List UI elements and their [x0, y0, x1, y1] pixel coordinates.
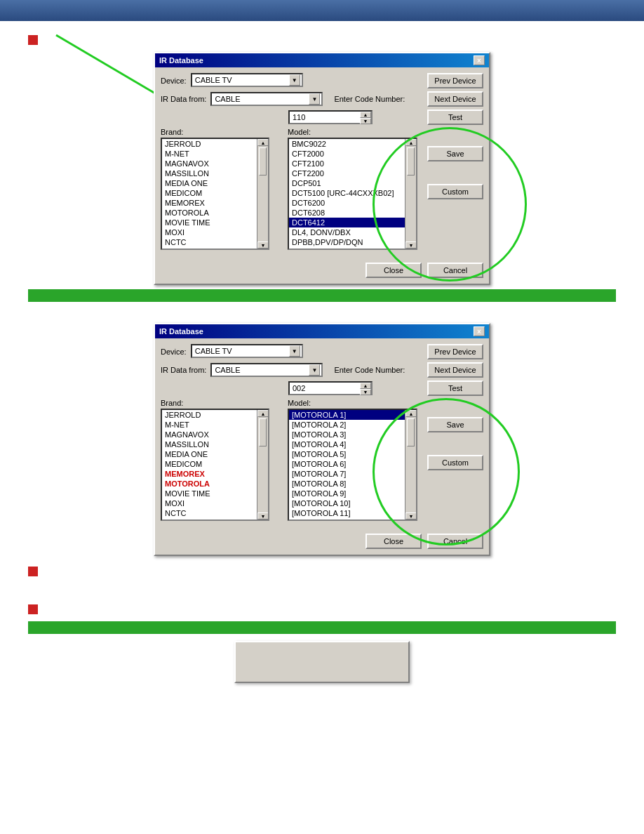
model2-item-motorola6[interactable]: [MOTOROLA 6]	[289, 459, 405, 469]
brand2-scrollbar-thumb[interactable]	[259, 418, 267, 446]
brand-item-motorola[interactable]: MOTOROLA	[162, 208, 257, 218]
dialog1-body: Device: CABLE TV ▼ Prev Device IR Dat	[155, 67, 489, 260]
brand2-item-motorola[interactable]: MOTOROLA	[162, 479, 257, 489]
brand2-scrollbar[interactable]: ▲ ▼	[257, 410, 268, 519]
model-item-cft2200[interactable]: CFT2200	[289, 168, 405, 178]
dialog2-close-btn[interactable]: ×	[474, 326, 485, 336]
model2-item-motorola2[interactable]: [MOTOROLA 2]	[289, 420, 405, 430]
dialog1-code-textbox[interactable]: 110 ▲ ▼	[288, 110, 373, 124]
dialog1-irdata-dropdown[interactable]: CABLE ▼	[210, 92, 323, 106]
model-item-dct6200[interactable]: DCT6200	[289, 198, 405, 208]
brand-item-mnet[interactable]: M-NET	[162, 149, 257, 159]
model2-item-motorola9[interactable]: [MOTOROLA 9]	[289, 489, 405, 498]
model2-item-motorola8[interactable]: [MOTOROLA 8]	[289, 479, 405, 489]
model-scroll-down[interactable]: ▼	[405, 241, 417, 249]
dialog1-next-device-btn[interactable]: Next Device	[427, 91, 483, 107]
dialog1-prev-device-btn[interactable]: Prev Device	[427, 73, 483, 88]
brand-item-jerrold[interactable]: JERROLD	[162, 139, 257, 149]
model-scrollbar-thumb[interactable]	[407, 147, 415, 176]
brand-item-medicom[interactable]: MEDICOM	[162, 188, 257, 198]
dialog2-cancel-btn[interactable]: Cancel	[427, 534, 483, 549]
brand-item-memorex[interactable]: MEMOREX	[162, 198, 257, 208]
ir-database-dialog-1: IR Database × Device: CABLE TV ▼	[154, 52, 490, 285]
brand2-item-magnavox[interactable]: MAGNAVOX	[162, 430, 257, 439]
model2-scroll-up[interactable]: ▲	[405, 410, 417, 417]
dialog2-save-btn[interactable]: Save	[427, 417, 483, 432]
dialog1-brand-listbox[interactable]: JERROLD M-NET MAGNAVOX MASSILLON MEDIA O…	[161, 138, 269, 250]
model2-scrollbar-thumb[interactable]	[407, 418, 415, 446]
model-item-dpbb[interactable]: DPBB,DPV/DP/DQN	[289, 237, 405, 247]
code2-scroll-down[interactable]: ▼	[360, 389, 371, 395]
model-item-dl4[interactable]: DL4, DONV/DBX	[289, 227, 405, 237]
dialog2-test-btn[interactable]: Test	[427, 380, 483, 396]
brand2-item-mnet[interactable]: M-NET	[162, 420, 257, 430]
dialog1-close-bottom-btn[interactable]: Close	[365, 263, 422, 278]
dialog2-model-listbox[interactable]: [MOTOROLA 1] [MOTOROLA 2] [MOTOROLA 3] […	[288, 409, 417, 521]
brand2-item-moxi[interactable]: MOXI	[162, 498, 257, 508]
code-scroll-down[interactable]: ▼	[360, 118, 371, 124]
brand2-item-massillon[interactable]: MASSILLON	[162, 439, 257, 449]
model2-item-motorola4[interactable]: [MOTOROLA 4]	[289, 439, 405, 449]
brand2-scroll-down[interactable]: ▼	[257, 512, 269, 519]
model-scrollbar[interactable]: ▲ ▼	[405, 139, 416, 249]
dialog1-device-dropdown[interactable]: CABLE TV ▼	[191, 73, 303, 87]
ir-database-dialog-2: IR Database × Device: CABLE TV ▼	[154, 323, 490, 556]
model-item-dct6412[interactable]: DCT6412	[289, 218, 405, 227]
model-item-dcp501[interactable]: DCP501	[289, 178, 405, 188]
brand2-scroll-up[interactable]: ▲	[257, 410, 269, 417]
dialog1-custom-btn[interactable]: Custom	[427, 184, 483, 199]
brand2-item-nctc[interactable]: NCTC	[162, 508, 257, 518]
dialog2-close-bottom-btn[interactable]: Close	[365, 534, 422, 549]
brand-scrollbar[interactable]: ▲ ▼	[257, 139, 268, 249]
dialog1-save-btn[interactable]: Save	[427, 146, 483, 161]
brand2-item-jerrold[interactable]: JERROLD	[162, 410, 257, 420]
model2-item-motorola11[interactable]: [MOTOROLA 11]	[289, 508, 405, 518]
model2-item-motorola5[interactable]: [MOTOROLA 5]	[289, 449, 405, 459]
model-item-bmc9022[interactable]: BMC9022	[289, 139, 405, 149]
dialog1-cancel-btn[interactable]: Cancel	[427, 263, 483, 278]
model-item-dct6208[interactable]: DCT6208	[289, 208, 405, 218]
brand-item-mediaone[interactable]: MEDIA ONE	[162, 178, 257, 188]
model2-item-motorola3[interactable]: [MOTOROLA 3]	[289, 430, 405, 439]
brand-item-magnavox[interactable]: MAGNAVOX	[162, 159, 257, 168]
model-item-cft2100[interactable]: CFT2100	[289, 159, 405, 168]
model-item-dct5100[interactable]: DCT5100 [URC-44CXXXB02]	[289, 188, 405, 198]
brand-scrollbar-thumb[interactable]	[259, 147, 267, 176]
dialog2-code-textbox[interactable]: 002 ▲ ▼	[288, 381, 373, 395]
dialog1-titlebar: IR Database ×	[155, 53, 489, 67]
model-item-cft2000[interactable]: CFT2000	[289, 149, 405, 159]
dialog2-device-dropdown[interactable]: CABLE TV ▼	[191, 344, 303, 358]
model-item-dp7[interactable]: DP7	[289, 247, 405, 249]
code2-scroll-up[interactable]: ▲	[360, 383, 371, 389]
dialog2-next-device-btn[interactable]: Next Device	[427, 362, 483, 378]
brand-item-nctc[interactable]: NCTC	[162, 237, 257, 247]
dialog2-custom-btn[interactable]: Custom	[427, 455, 483, 470]
brand-item-movietime[interactable]: MOVIE TIME	[162, 218, 257, 227]
brand2-item-novaplex[interactable]: NOVAPLEX	[162, 518, 257, 519]
model2-item-motorola10[interactable]: [MOTOROLA 10]	[289, 498, 405, 508]
brand-item-novaplex[interactable]: NOVAPLEX	[162, 247, 257, 249]
dialog1-test-btn[interactable]: Test	[427, 110, 483, 125]
model-scroll-up[interactable]: ▲	[405, 139, 417, 146]
dialog2-prev-device-btn[interactable]: Prev Device	[427, 344, 483, 359]
code-scroll-up[interactable]: ▲	[360, 112, 371, 118]
brand2-item-mediaone[interactable]: MEDIA ONE	[162, 449, 257, 459]
model2-scrollbar[interactable]: ▲ ▼	[405, 410, 416, 519]
model2-item-motorola7[interactable]: [MOTOROLA 7]	[289, 469, 405, 479]
brand-item-moxi[interactable]: MOXI	[162, 227, 257, 237]
dialog1-model-listbox[interactable]: BMC9022 CFT2000 CFT2100 CFT2200 DCP501 D…	[288, 138, 417, 250]
brand-scroll-down[interactable]: ▼	[257, 241, 269, 249]
section-1: IR Database × Device: CABLE TV ▼	[28, 35, 616, 302]
model2-scroll-down[interactable]: ▼	[405, 512, 417, 519]
brand-item-massillon[interactable]: MASSILLON	[162, 168, 257, 178]
dialog1-model-label: Model:	[288, 128, 417, 136]
brand2-item-movietime[interactable]: MOVIE TIME	[162, 489, 257, 498]
model2-item-motorola1[interactable]: [MOTOROLA 1]	[289, 410, 405, 420]
dialog2-brand-listbox[interactable]: JERROLD M-NET MAGNAVOX MASSILLON MEDIA O…	[161, 409, 269, 521]
brand-scroll-up[interactable]: ▲	[257, 139, 269, 146]
dialog2-device-dropdown-arrow: ▼	[289, 345, 300, 357]
dialog2-irdata-dropdown[interactable]: CABLE ▼	[210, 363, 323, 377]
brand2-item-memorex[interactable]: MEMOREX	[162, 469, 257, 479]
dialog1-close-btn[interactable]: ×	[474, 55, 485, 65]
brand2-item-medicom[interactable]: MEDICOM	[162, 459, 257, 469]
